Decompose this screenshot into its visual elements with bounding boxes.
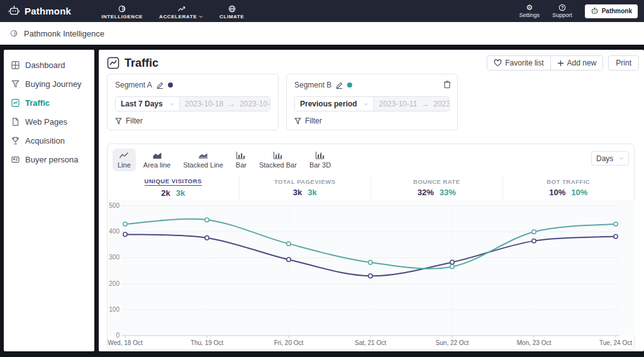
sidebar-item-acquisition[interactable]: Acquisition xyxy=(4,131,94,150)
chevron-down-icon xyxy=(169,103,174,106)
tab-bar-3d[interactable]: Bar 3D xyxy=(304,149,336,171)
filter-funnel-icon xyxy=(294,118,301,125)
segment-b-date-to: 2023-10-17 xyxy=(433,99,450,108)
segment-b-range-select[interactable]: Previous period xyxy=(295,97,374,111)
sidebar-item-label: Web Pages xyxy=(25,117,67,127)
sidebar-item-dashboard[interactable]: Dashboard xyxy=(4,55,94,74)
segment-a-range-label: Last 7 Days xyxy=(121,99,163,108)
delete-segment-icon[interactable] xyxy=(443,80,451,88)
chevron-down-icon xyxy=(364,103,369,106)
arrow-right-glyph: → xyxy=(228,99,235,108)
sidebar-item-web-pages[interactable]: Web Pages xyxy=(4,112,94,131)
segment-b-filter-button[interactable]: Filter xyxy=(294,116,322,125)
sidebar-item-label: Buying Journey xyxy=(25,79,82,89)
tab-bar[interactable]: Bar xyxy=(231,149,252,171)
svg-text:200: 200 xyxy=(109,280,119,287)
segment-b-card: Segment B Previous period 2023-10-11 → 2… xyxy=(286,74,458,130)
nav-intelligence[interactable]: INTELLIGENCE xyxy=(101,3,143,20)
stat-value-segment-b: 10% xyxy=(571,188,587,197)
intelligence-icon xyxy=(118,5,126,13)
subheader: Pathmonk Intelligence xyxy=(0,22,644,45)
chevron-down-icon xyxy=(619,157,624,160)
stat-value-segment-a: 32% xyxy=(418,188,434,197)
stat-value-segment-b: 3k xyxy=(176,188,185,198)
filter-funnel-icon xyxy=(115,118,122,125)
favorite-list-label: Favorite list xyxy=(505,59,543,67)
segment-a-date-to: 2023-10-24 xyxy=(240,99,270,108)
plus-icon xyxy=(557,60,564,67)
segment-b-range-label: Previous period xyxy=(300,99,357,108)
account-robot-icon xyxy=(591,7,599,15)
segment-b-date-from: 2023-10-11 xyxy=(379,99,418,108)
settings-button[interactable]: ⚙ Settings xyxy=(519,4,540,18)
svg-text:Mon, 23 Oct: Mon, 23 Oct xyxy=(517,339,552,346)
segment-a-name: Segment A xyxy=(115,81,152,89)
svg-text:Fri, 20 Oct: Fri, 20 Oct xyxy=(274,339,304,346)
account-button[interactable]: Pathmonk xyxy=(585,4,638,18)
support-button[interactable]: Support xyxy=(552,4,572,18)
tab-label: Line xyxy=(118,161,131,169)
dashboard-grid-icon xyxy=(11,61,19,69)
arrow-right-glyph: → xyxy=(421,99,429,108)
print-label: Print xyxy=(616,59,631,67)
sidebar-item-buying-journey[interactable]: Buying Journey xyxy=(4,74,94,93)
segment-a-date-range[interactable]: 2023-10-18 → 2023-10-24 xyxy=(180,97,270,111)
segment-a-range-select[interactable]: Last 7 Days xyxy=(116,97,180,111)
page-actions: Favorite list Add new Print xyxy=(487,55,639,71)
interval-select[interactable]: Days xyxy=(591,151,629,166)
tab-label: Area line xyxy=(143,161,170,169)
sidebar-item-traffic[interactable]: Traffic xyxy=(4,93,94,112)
nav-climate[interactable]: CLIMATE xyxy=(219,3,244,20)
chevron-down-icon xyxy=(199,15,203,18)
stacked-bar-icon xyxy=(273,152,283,159)
sidebar-item-buyer-persona[interactable]: Buyer persona xyxy=(4,150,94,169)
stat-bounce-rate[interactable]: BOUNCE RATE 32% 33% xyxy=(370,176,502,200)
stat-value-segment-a: 2k xyxy=(161,188,170,198)
svg-text:100: 100 xyxy=(109,306,119,313)
brand-logo[interactable]: Pathmonk xyxy=(8,5,71,17)
sidebar: Dashboard Buying Journey Traffic Web Pag… xyxy=(4,50,94,351)
tab-label: Bar 3D xyxy=(309,161,331,169)
favorite-list-button[interactable]: Favorite list xyxy=(487,56,550,70)
traffic-chart-svg: 0100200300400500Wed, 18 OctThu, 19 OctFr… xyxy=(109,200,635,348)
brand-name: Pathmonk xyxy=(25,6,71,16)
stat-bot-traffic[interactable]: BOT TRAFFIC 10% 10% xyxy=(502,176,635,200)
edit-pencil-icon[interactable] xyxy=(336,82,343,89)
heart-icon xyxy=(494,59,502,67)
tab-line[interactable]: Line xyxy=(113,149,136,171)
stat-unique-visitors[interactable]: UNIQUE VISITORS 2k 3k xyxy=(108,176,239,200)
nav-accelerate-label: ACCELERATE xyxy=(159,14,197,20)
stat-label: TOTAL PAGEVIEWS xyxy=(274,178,336,185)
segment-b-filter-label: Filter xyxy=(305,116,322,125)
bar-chart-icon xyxy=(236,152,246,159)
segment-a-filter-label: Filter xyxy=(126,116,143,125)
tab-stacked-bar[interactable]: Stacked Bar xyxy=(254,149,302,171)
segment-a-color-dot xyxy=(168,82,173,88)
nav-climate-label: CLIMATE xyxy=(219,14,244,20)
tab-stacked-line[interactable]: Stacked Line xyxy=(178,149,228,171)
segment-a-filter-button[interactable]: Filter xyxy=(115,116,143,125)
edit-pencil-icon[interactable] xyxy=(157,82,164,89)
svg-text:400: 400 xyxy=(109,228,119,235)
tab-area-line[interactable]: Area line xyxy=(138,149,175,171)
question-icon xyxy=(558,4,566,11)
segment-b-name: Segment B xyxy=(294,81,331,89)
print-button[interactable]: Print xyxy=(608,55,639,71)
support-label: Support xyxy=(552,12,572,18)
trophy-icon xyxy=(11,137,19,145)
svg-text:Sun, 22 Oct: Sun, 22 Oct xyxy=(436,339,469,346)
chart-type-tabs: Line Area line Stacked Line xyxy=(113,149,336,171)
stacked-area-icon xyxy=(198,152,208,159)
settings-label: Settings xyxy=(519,12,540,18)
stat-total-pageviews[interactable]: TOTAL PAGEVIEWS 3k 3k xyxy=(239,176,371,200)
main-panel: Traffic Favorite list Add new Print xyxy=(99,50,644,351)
nav-accelerate[interactable]: ACCELERATE xyxy=(159,3,203,20)
segment-a-card: Segment A Last 7 Days 2023-10-18 → 2023-… xyxy=(107,74,279,130)
top-nav: Pathmonk INTELLIGENCE ACCELERATE CLIMATE xyxy=(0,0,644,22)
add-new-button[interactable]: Add new xyxy=(550,56,603,70)
gear-icon: ⚙ xyxy=(526,4,533,11)
stat-value-segment-a: 10% xyxy=(549,188,565,197)
stat-label: BOT TRAFFIC xyxy=(547,178,590,185)
segment-b-date-range[interactable]: 2023-10-11 → 2023-10-17 xyxy=(374,97,450,111)
bar-3d-icon xyxy=(315,152,325,159)
